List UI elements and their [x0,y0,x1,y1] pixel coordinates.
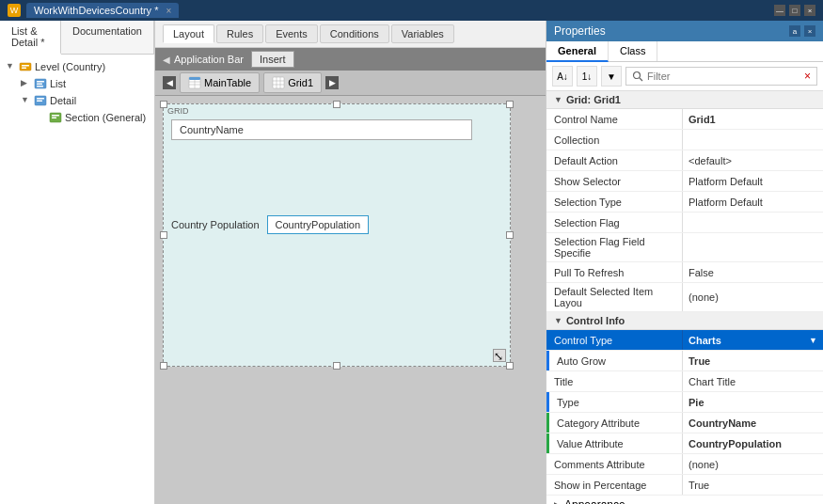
tab-close-btn[interactable]: × [166,6,171,16]
props-row-title: Title Chart Title [546,371,823,392]
props-tab-general[interactable]: General [546,41,609,62]
appearance-label: Appearance [564,498,625,504]
props-row-selection-type: Selection Type Platform Default [546,192,823,213]
document-tab[interactable]: WorkWithDevicesCountry * × [26,3,179,18]
handle-top-right[interactable] [506,101,514,108]
appearance-section-header[interactable]: ▶ Appearance [546,496,823,504]
tree-item-section-general[interactable]: Section (General) [34,109,150,126]
props-row-value-attr: Value Attribute CountryPopulation [546,433,823,454]
section-general-label: Section (General) [65,112,146,123]
grid-section-arrow: ▼ [554,95,562,104]
main-table-icon [188,76,201,89]
props-close-btn[interactable]: × [804,25,815,37]
filter-icon-btn[interactable]: ▼ [601,66,622,87]
svg-rect-14 [189,77,200,80]
svg-rect-12 [52,118,56,119]
nav-tab-grid1[interactable]: Grid1 [263,72,322,93]
layout-tab-conditions[interactable]: Conditions [320,24,389,43]
layout-tab-events[interactable]: Events [265,24,318,43]
type-label: Type [546,392,683,412]
properties-table: ▼ Grid: Grid1 Control Name Grid1 Collect… [546,91,823,504]
comments-attr-value: (none) [683,454,823,474]
svg-point-23 [634,72,641,79]
layout-tab-variables[interactable]: Variables [391,24,454,43]
control-type-value[interactable]: Charts ▼ [683,330,823,350]
filter-input[interactable] [647,71,800,82]
handle-top-mid[interactable] [333,101,340,108]
main-table-label: MainTable [204,77,251,88]
tab-documentation[interactable]: Documentation [61,21,154,54]
country-population-field: CountryPopulation [267,215,370,234]
handle-mid-right[interactable] [506,231,514,239]
show-selector-value: Platform Default [683,171,823,191]
comments-attr-label: Comments Attribute [546,454,683,474]
layout-tab-rules[interactable]: Rules [216,24,263,43]
props-pin-btn[interactable]: a [789,25,800,37]
handle-mid-left[interactable] [160,231,167,239]
detail-label: Detail [50,95,76,106]
app-bar-strip: ◀ Application Bar Insert [155,48,546,71]
tab-label: WorkWithDevicesCountry * [34,5,158,16]
type-value: Pie [683,392,823,412]
default-action-label: Default Action [546,150,683,170]
props-row-collection: Collection [546,130,823,150]
svg-rect-8 [37,98,44,100]
value-attr-label: Value Attribute [546,433,683,453]
minimize-btn[interactable]: — [774,5,785,16]
close-btn[interactable]: × [804,5,815,16]
filter-clear-btn[interactable]: × [804,70,811,83]
properties-title-bar: Properties a × [546,21,823,41]
handle-bot-left[interactable] [160,362,167,370]
handle-top-left[interactable] [160,101,167,108]
props-row-control-type[interactable]: Control Type Charts ▼ [546,330,823,351]
nav-left-arrow[interactable]: ◀ [163,76,176,89]
selection-type-label: Selection Type [546,192,683,212]
expand-handle[interactable]: ⤡ [493,349,506,362]
title-label: Title [546,371,683,391]
grid-section-label: Grid: Grid1 [566,94,621,105]
handle-bot-right[interactable] [506,362,514,370]
properties-title: Properties [554,24,606,38]
selection-flag-label: Selection Flag [546,213,683,232]
tree-item-detail[interactable]: ▼ Detail [19,92,150,109]
control-info-section-header: ▼ Control Info [546,312,823,330]
props-row-control-name: Control Name Grid1 [546,109,823,130]
nav-right-arrow[interactable]: ▶ [325,76,339,89]
expand-icon-list: ▶ [21,78,32,89]
tree-item-level-country[interactable]: ▼ Level (Country) [4,58,150,75]
pull-to-refresh-value: False [683,262,823,282]
svg-rect-4 [37,81,44,83]
sort-num-btn[interactable]: 1↓ [577,66,597,87]
country-name-field: CountryName [171,119,472,140]
props-row-selection-flag: Selection Flag [546,213,823,233]
title-bar: W WorkWithDevicesCountry * × — □ × [0,0,823,21]
tree-item-list[interactable]: ▶ List [19,75,150,92]
tab-list-detail[interactable]: List & Detail * [0,21,61,55]
filter-box: × [625,67,817,86]
selection-flag-field-label: Selection Flag Field Specifie [546,233,683,261]
props-row-default-selected: Default Selected Item Layou (none) [546,283,823,312]
insert-button[interactable]: Insert [251,51,294,68]
handle-bot-mid[interactable] [333,362,340,370]
app-bar-label: Application Bar [174,54,244,65]
selection-flag-field-value [683,233,823,261]
svg-rect-11 [52,115,59,117]
props-row-category-attr: Category Attribute CountryName [546,413,823,433]
nav-tab-main-table[interactable]: MainTable [180,72,260,93]
section-icon [49,111,62,124]
maximize-btn[interactable]: □ [789,5,800,16]
svg-rect-0 [20,63,31,71]
svg-rect-6 [37,86,43,87]
grid-container: GRID ⤡ CountryName Country Population [163,103,511,367]
layout-tab-layout[interactable]: Layout [163,24,214,43]
props-tab-class[interactable]: Class [609,41,658,61]
level-icon [19,60,32,73]
auto-grow-value: True [683,351,823,370]
appearance-arrow: ▶ [554,500,561,504]
control-type-dropdown-arrow[interactable]: ▼ [809,336,817,345]
left-panel-tabs: List & Detail * Documentation [0,21,154,55]
control-type-label: Control Type [546,330,683,350]
sort-alpha-btn[interactable]: A↓ [552,66,573,87]
svg-rect-2 [22,68,26,70]
value-attr-value: CountryPopulation [683,433,823,453]
